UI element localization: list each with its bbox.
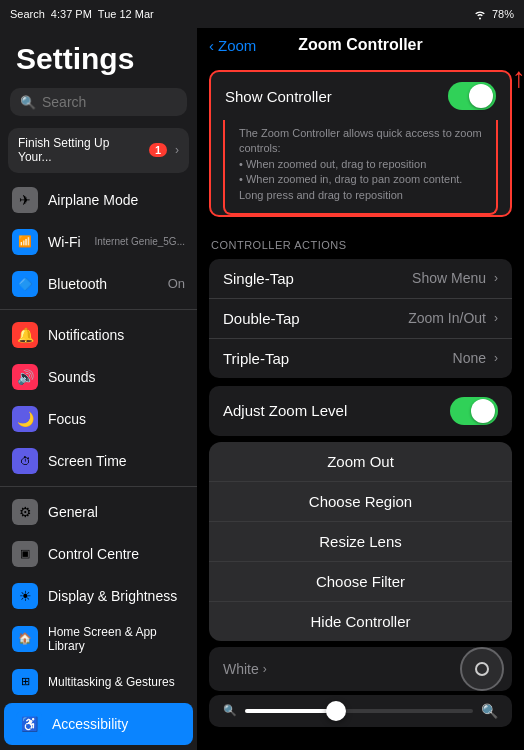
single-tap-row[interactable]: Single-Tap Show Menu › — [209, 259, 512, 299]
sidebar-item-bluetooth[interactable]: 🔷 Bluetooth On — [0, 263, 197, 305]
accessibility-icon: ♿ — [16, 711, 42, 737]
sidebar-item-focus[interactable]: 🌙 Focus — [0, 398, 197, 440]
nav-title: Zoom Controller — [298, 36, 422, 54]
finish-setup-bar[interactable]: Finish Setting Up Your... 1 › — [8, 128, 189, 173]
adjust-zoom-toggle[interactable] — [450, 397, 498, 425]
sidebar-label-displaybright: Display & Brightness — [48, 588, 177, 604]
finish-setup-text: Finish Setting Up Your... — [18, 136, 141, 165]
slider-left-icon: 🔍 — [223, 704, 237, 717]
controlcenter-icon: ▣ — [12, 541, 38, 567]
focus-icon: 🌙 — [12, 406, 38, 432]
settings-title: Settings — [0, 28, 197, 84]
dropdown-item-choose-region[interactable]: Choose Region — [209, 482, 512, 522]
slider-right-icon: 🔍 — [481, 703, 498, 719]
double-tap-label: Double-Tap — [223, 310, 400, 327]
dropdown-label-hide-controller: Hide Controller — [310, 613, 410, 630]
sidebar-label-sounds: Sounds — [48, 369, 95, 385]
sidebar-label-focus: Focus — [48, 411, 86, 427]
controller-actions-header: CONTROLLER ACTIONS — [197, 225, 524, 255]
triple-tap-row[interactable]: Triple-Tap None › — [209, 339, 512, 378]
homescreen-icon: 🏠 — [12, 626, 38, 652]
status-bar: Search 4:37 PM Tue 12 Mar 78% — [0, 0, 524, 28]
airplane-icon: ✈ — [12, 187, 38, 213]
screentime-icon: ⏱ — [12, 448, 38, 474]
single-tap-chevron: › — [494, 271, 498, 285]
battery-text: 78% — [492, 8, 514, 20]
slider-fill — [245, 709, 336, 713]
bluetooth-value: On — [168, 276, 185, 291]
sidebar-item-general[interactable]: ⚙ General — [0, 491, 197, 533]
nav-bar: ‹ Zoom Zoom Controller — [197, 28, 524, 62]
sidebar-item-accessibility[interactable]: ♿ Accessibility — [4, 703, 193, 745]
sidebar-item-wallpaper[interactable]: 🖼 Wallpaper — [0, 745, 197, 750]
adjust-zoom-label: Adjust Zoom Level — [223, 402, 450, 419]
single-tap-value: Show Menu — [412, 270, 486, 286]
sidebar-item-airplane[interactable]: ✈ Airplane Mode — [0, 179, 197, 221]
dropdown-item-hide-controller[interactable]: Hide Controller — [209, 602, 512, 641]
dropdown-label-resize-lens: Resize Lens — [319, 533, 402, 550]
slider-row: 🔍 🔍 — [209, 695, 512, 727]
dropdown-item-zoom-out[interactable]: Zoom Out — [209, 442, 512, 482]
double-tap-row[interactable]: Double-Tap Zoom In/Out › — [209, 299, 512, 339]
show-controller-section: Show Controller The Zoom Controller allo… — [209, 70, 512, 217]
status-time: 4:37 PM — [51, 8, 92, 20]
sidebar-label-multitasking: Multitasking & Gestures — [48, 675, 175, 689]
finish-setup-badge: 1 — [149, 143, 167, 157]
main-content: Show Controller The Zoom Controller allo… — [197, 62, 524, 750]
adjust-zoom-group: Adjust Zoom Level — [209, 386, 512, 436]
notifications-icon: 🔔 — [12, 322, 38, 348]
white-label: White — [223, 661, 259, 677]
sidebar-label-general: General — [48, 504, 98, 520]
sidebar-item-displaybright[interactable]: ☀ Display & Brightness — [0, 575, 197, 617]
triple-tap-chevron: › — [494, 351, 498, 365]
multitasking-icon: ⊞ — [12, 669, 38, 695]
dropdown-menu: Zoom Out Choose Region Resize Lens Choos… — [209, 442, 512, 641]
sidebar-item-controlcenter[interactable]: ▣ Control Centre — [0, 533, 197, 575]
show-controller-wrapper: Show Controller The Zoom Controller allo… — [197, 70, 524, 217]
sidebar-label-controlcenter: Control Centre — [48, 546, 139, 562]
sidebar-label-airplane: Airplane Mode — [48, 192, 138, 208]
wifi-sidebar-icon: 📶 — [12, 229, 38, 255]
sidebar-item-homescreen[interactable]: 🏠 Home Screen & App Library — [0, 617, 197, 661]
double-tap-value: Zoom In/Out — [408, 310, 486, 326]
back-label: Zoom — [218, 37, 256, 54]
zoom-controller-inner — [475, 662, 489, 676]
sounds-icon: 🔊 — [12, 364, 38, 390]
annotation-arrow: ↑ — [512, 64, 524, 92]
sidebar-item-sounds[interactable]: 🔊 Sounds — [0, 356, 197, 398]
dropdown-label-choose-region: Choose Region — [309, 493, 412, 510]
sidebar-label-accessibility: Accessibility — [52, 716, 128, 732]
sidebar-label-notifications: Notifications — [48, 327, 124, 343]
dropdown-item-choose-filter[interactable]: Choose Filter — [209, 562, 512, 602]
dropdown-item-resize-lens[interactable]: Resize Lens — [209, 522, 512, 562]
zoom-controller-float[interactable] — [460, 647, 504, 691]
general-icon: ⚙ — [12, 499, 38, 525]
wifi-icon — [473, 9, 487, 20]
status-right: 78% — [473, 8, 514, 20]
search-input[interactable] — [42, 94, 197, 110]
sidebar-item-wifi[interactable]: 📶 Wi-Fi Internet Genie_5G... — [0, 221, 197, 263]
nav-back-button[interactable]: ‹ Zoom — [209, 37, 256, 54]
show-controller-toggle[interactable] — [448, 82, 496, 110]
sidebar-items-list: ✈ Airplane Mode 📶 Wi-Fi Internet Genie_5… — [0, 179, 197, 750]
sidebar-label-homescreen: Home Screen & App Library — [48, 625, 185, 653]
divider-1 — [0, 309, 197, 310]
sidebar-item-screentime[interactable]: ⏱ Screen Time — [0, 440, 197, 482]
sidebar-label-wifi: Wi-Fi — [48, 234, 81, 250]
toggle-knob — [469, 84, 493, 108]
status-date: Tue 12 Mar — [98, 8, 154, 20]
adjust-zoom-row[interactable]: Adjust Zoom Level — [209, 386, 512, 436]
triple-tap-value: None — [453, 350, 486, 366]
bluetooth-icon: 🔷 — [12, 271, 38, 297]
search-status-text: Search — [10, 8, 45, 20]
single-tap-label: Single-Tap — [223, 270, 404, 287]
show-controller-row: Show Controller — [211, 72, 510, 120]
search-icon: 🔍 — [20, 95, 36, 110]
slider-thumb[interactable] — [326, 701, 346, 721]
search-bar[interactable]: 🔍 🎤 — [10, 88, 187, 116]
sidebar-item-multitasking[interactable]: ⊞ Multitasking & Gestures — [0, 661, 197, 703]
sidebar-item-notifications[interactable]: 🔔 Notifications — [0, 314, 197, 356]
wifi-value: Internet Genie_5G... — [94, 236, 185, 247]
divider-2 — [0, 486, 197, 487]
zoom-slider-track[interactable] — [245, 709, 473, 713]
